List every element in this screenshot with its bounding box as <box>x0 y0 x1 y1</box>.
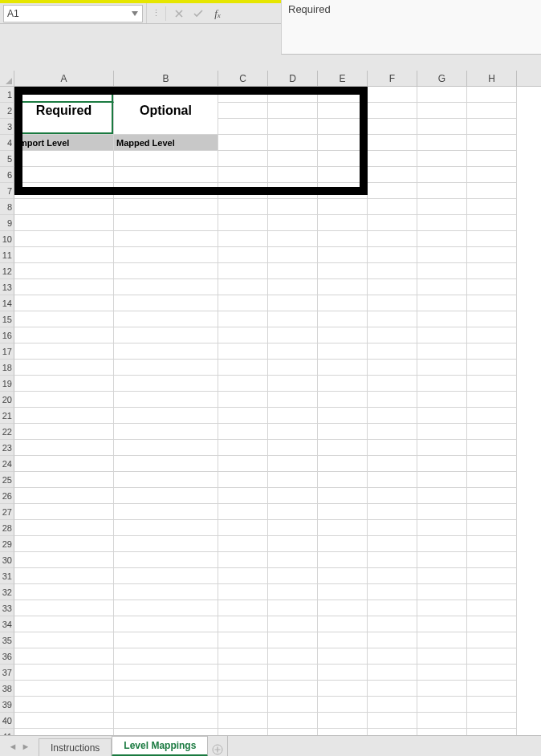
cell[interactable] <box>368 199 417 215</box>
cell[interactable] <box>114 600 218 616</box>
cell[interactable] <box>14 681 114 697</box>
cell[interactable] <box>318 343 368 360</box>
cell[interactable] <box>268 616 318 632</box>
cell[interactable] <box>268 424 318 440</box>
cell[interactable] <box>218 295 268 311</box>
cell[interactable] <box>368 520 417 536</box>
cell[interactable] <box>467 87 517 103</box>
cell[interactable] <box>218 681 268 697</box>
cell[interactable] <box>417 681 467 697</box>
cell[interactable] <box>114 456 218 472</box>
cell[interactable] <box>14 488 114 504</box>
row-header[interactable]: 19 <box>0 376 14 392</box>
cell[interactable] <box>268 295 318 311</box>
cell[interactable] <box>417 167 467 183</box>
cell[interactable] <box>467 568 517 584</box>
cell[interactable] <box>368 360 417 376</box>
cell[interactable] <box>318 119 368 135</box>
cell[interactable] <box>114 713 218 729</box>
cell[interactable] <box>14 424 114 440</box>
cell[interactable] <box>218 360 268 376</box>
cell[interactable] <box>368 311 417 327</box>
cell[interactable] <box>417 87 467 103</box>
row-header[interactable]: 14 <box>0 295 14 311</box>
row-header[interactable]: 32 <box>0 584 14 600</box>
cell[interactable] <box>318 360 368 376</box>
cell[interactable] <box>268 648 318 665</box>
cell[interactable] <box>417 472 467 488</box>
cell[interactable] <box>417 713 467 729</box>
cell[interactable] <box>218 247 268 263</box>
cell[interactable] <box>417 392 467 408</box>
subheader-mapped-level[interactable]: Mapped Level <box>114 135 218 151</box>
row-header[interactable]: 35 <box>0 632 14 648</box>
cell[interactable] <box>218 231 268 247</box>
cell[interactable] <box>467 311 517 327</box>
cell[interactable] <box>318 295 368 311</box>
cell[interactable] <box>14 119 114 135</box>
cell[interactable] <box>268 327 318 343</box>
row-header[interactable]: 36 <box>0 648 14 665</box>
cell[interactable] <box>467 360 517 376</box>
cell[interactable] <box>114 504 218 520</box>
cell[interactable] <box>368 424 417 440</box>
cell[interactable] <box>14 584 114 600</box>
row-header[interactable]: 37 <box>0 665 14 681</box>
cell[interactable] <box>368 295 417 311</box>
cell[interactable] <box>417 568 467 584</box>
cell[interactable] <box>114 183 218 199</box>
cell[interactable] <box>268 376 318 392</box>
cell[interactable] <box>218 167 268 183</box>
cell[interactable] <box>114 584 218 600</box>
header-required[interactable]: Required <box>14 103 114 119</box>
cell[interactable] <box>14 376 114 392</box>
cell[interactable] <box>14 231 114 247</box>
row-header[interactable]: 10 <box>0 231 14 247</box>
cell[interactable] <box>318 151 368 167</box>
cell[interactable] <box>114 681 218 697</box>
cell[interactable] <box>268 504 318 520</box>
cell[interactable] <box>417 616 467 632</box>
cell[interactable] <box>318 440 368 456</box>
cell[interactable] <box>467 119 517 135</box>
cell[interactable] <box>114 392 218 408</box>
cell[interactable] <box>114 311 218 327</box>
cell[interactable] <box>467 584 517 600</box>
cell[interactable] <box>268 151 318 167</box>
cell[interactable] <box>467 616 517 632</box>
cell[interactable] <box>114 119 218 135</box>
cell[interactable] <box>268 135 318 151</box>
cell[interactable] <box>14 295 114 311</box>
cell[interactable] <box>14 616 114 632</box>
cell[interactable] <box>417 584 467 600</box>
cell[interactable] <box>368 488 417 504</box>
row-header[interactable]: 5 <box>0 151 14 167</box>
cell[interactable] <box>318 648 368 665</box>
cell[interactable] <box>268 584 318 600</box>
cell[interactable] <box>268 536 318 552</box>
row-header[interactable]: 39 <box>0 697 14 713</box>
cell[interactable] <box>318 681 368 697</box>
cell[interactable] <box>417 536 467 552</box>
cell[interactable] <box>417 119 467 135</box>
cell[interactable] <box>467 135 517 151</box>
cell[interactable] <box>268 87 318 103</box>
cell[interactable] <box>14 263 114 279</box>
cell[interactable] <box>368 440 417 456</box>
cancel-formula-button[interactable] <box>171 6 187 22</box>
cell[interactable] <box>417 103 467 119</box>
cell[interactable] <box>417 231 467 247</box>
cell[interactable] <box>268 697 318 713</box>
row-header[interactable]: 21 <box>0 408 14 424</box>
cell[interactable] <box>218 279 268 295</box>
cell[interactable] <box>368 552 417 568</box>
cell[interactable] <box>268 279 318 295</box>
cell[interactable] <box>114 87 218 103</box>
row-header[interactable]: 8 <box>0 199 14 215</box>
column-header-A[interactable]: A <box>14 71 114 86</box>
cell[interactable] <box>14 360 114 376</box>
cell[interactable] <box>318 600 368 616</box>
row-header[interactable]: 33 <box>0 600 14 616</box>
cell[interactable] <box>318 167 368 183</box>
cell[interactable] <box>318 376 368 392</box>
